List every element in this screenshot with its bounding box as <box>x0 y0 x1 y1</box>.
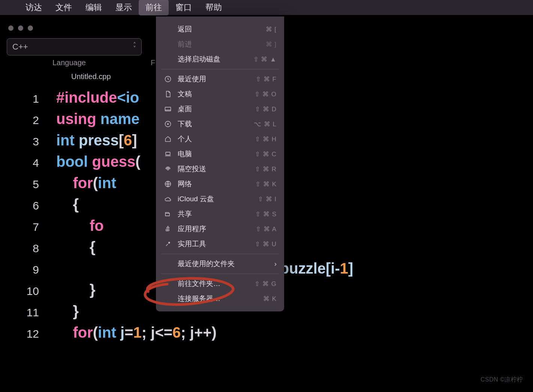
download-icon <box>163 120 172 129</box>
menu-item-label: 个人 <box>178 134 192 144</box>
menu-shortcut: ⇧ ⌘ R <box>255 165 277 173</box>
menu-shortcut: ⌘ ] <box>266 40 277 48</box>
menu-item-8[interactable]: 个人⇧ ⌘ H <box>156 132 284 147</box>
blank-icon <box>163 259 172 268</box>
menu-shortcut: ⇧ ⌘ C <box>255 150 277 158</box>
watermark: CSDN ©凉柠柠 <box>481 376 523 384</box>
line-number: 3 <box>16 131 39 152</box>
traffic-close[interactable] <box>8 25 13 31</box>
code-line: for(int j=1; j<=6; j++) <box>56 322 353 343</box>
menu-shortcut: ⇧ ⌘ H <box>255 135 277 143</box>
menu-shortcut: ⇧ ⌘ F <box>256 75 277 83</box>
tools-icon <box>163 239 172 248</box>
menu-item-20[interactable]: 连接服务器…⌘ K <box>156 291 284 306</box>
line-number: 1 <box>16 88 39 109</box>
language-select[interactable]: C++ ˄˅ <box>7 38 142 55</box>
menu-item-11[interactable]: 网络⇧ ⌘ K <box>156 177 284 192</box>
menu-5[interactable]: 窗口 <box>169 0 199 15</box>
menu-item-13[interactable]: 共享⇧ ⌘ S <box>156 206 284 221</box>
line-number: 2 <box>16 109 39 131</box>
blank-icon <box>163 55 172 64</box>
line-number: 10 <box>16 280 39 302</box>
blank-icon <box>163 279 172 288</box>
menu-item-4[interactable]: 最近使用⇧ ⌘ F <box>156 72 284 87</box>
menubar: 访达文件编辑显示前往窗口帮助 <box>0 0 533 15</box>
svg-rect-1 <box>165 107 171 111</box>
menu-1[interactable]: 文件 <box>49 0 79 15</box>
menu-item-17[interactable]: 最近使用的文件夹› <box>156 256 284 271</box>
traffic-min[interactable] <box>18 25 23 31</box>
menu-item-19[interactable]: 前往文件夹…⇧ ⌘ G <box>156 276 284 291</box>
menu-separator <box>161 69 279 69</box>
traffic-max[interactable] <box>28 25 33 31</box>
svg-point-4 <box>167 168 169 170</box>
blank-icon <box>163 294 172 303</box>
language-value: C++ <box>12 42 28 52</box>
menu-0[interactable]: 访达 <box>19 0 49 15</box>
line-number: 9 <box>16 259 39 280</box>
menu-item-label: iCloud 云盘 <box>178 194 214 204</box>
menu-separator <box>161 274 279 274</box>
line-number: 7 <box>16 216 39 238</box>
menu-item-10[interactable]: 隔空投送⇧ ⌘ R <box>156 162 284 177</box>
menu-item-label: 返回 <box>178 24 192 34</box>
desktop-icon <box>163 105 172 114</box>
line-number: 5 <box>16 174 39 195</box>
menu-item-0[interactable]: 返回⌘ [ <box>156 22 284 37</box>
menu-item-6[interactable]: 桌面⇧ ⌘ D <box>156 102 284 117</box>
menu-separator <box>161 254 279 254</box>
svg-rect-3 <box>166 152 170 155</box>
line-number: 4 <box>16 152 39 174</box>
menu-shortcut: ⇧ ⌘ U <box>255 240 277 248</box>
menu-item-label: 隔空投送 <box>178 164 206 174</box>
menu-item-label: 前往文件夹… <box>178 279 220 289</box>
menu-item-5[interactable]: 文稿⇧ ⌘ O <box>156 87 284 102</box>
menu-item-label: 桌面 <box>178 104 192 114</box>
menu-shortcut: ⇧ ⌘ D <box>255 105 277 113</box>
chevron-updown-icon: ˄˅ <box>133 43 136 51</box>
menu-item-label: 最近使用的文件夹 <box>178 259 235 269</box>
file-tab[interactable]: Untitled.cpp <box>71 72 111 81</box>
line-number: 12 <box>16 323 39 344</box>
line-number: 6 <box>16 195 39 216</box>
menu-3[interactable]: 显示 <box>109 0 139 15</box>
menu-shortcut: ⇧ ⌘ A <box>256 225 277 233</box>
menu-shortcut: ⇧ ⌘ I <box>258 195 277 203</box>
language-label: Language <box>52 58 86 67</box>
menu-item-12[interactable]: iCloud 云盘⇧ ⌘ I <box>156 192 284 206</box>
laptop-icon <box>163 150 172 159</box>
menu-shortcut: ⌥ ⌘ L <box>254 120 277 128</box>
menu-item-14[interactable]: 应用程序⇧ ⌘ A <box>156 221 284 236</box>
menu-item-9[interactable]: 电脑⇧ ⌘ C <box>156 147 284 162</box>
menu-item-1: 前进⌘ ] <box>156 37 284 52</box>
menu-item-2[interactable]: 选择启动磁盘⇧ ⌘ ▲ <box>156 52 284 67</box>
menu-shortcut: ⇧ ⌘ G <box>255 280 277 288</box>
line-number: 11 <box>16 302 39 323</box>
menu-shortcut: ⌘ [ <box>266 25 277 33</box>
menu-2[interactable]: 编辑 <box>79 0 109 15</box>
window-controls <box>8 25 33 31</box>
line-gutter: 123456789101112 <box>16 88 39 344</box>
home-icon <box>163 135 172 144</box>
menu-item-label: 网络 <box>178 179 192 189</box>
menu-4[interactable]: 前往 <box>139 0 169 15</box>
cloud-icon <box>163 195 172 203</box>
menu-item-label: 电脑 <box>178 149 192 159</box>
menu-item-label: 文稿 <box>178 89 192 99</box>
menu-item-label: 最近使用 <box>178 74 206 84</box>
menu-shortcut: ⇧ ⌘ O <box>255 90 277 98</box>
clock-icon <box>163 75 172 84</box>
menu-item-7[interactable]: 下载⌥ ⌘ L <box>156 117 284 132</box>
menu-item-label: 选择启动磁盘 <box>178 54 220 64</box>
blank-icon <box>163 25 172 34</box>
chevron-right-icon: › <box>274 260 277 268</box>
menu-item-label: 共享 <box>178 209 192 219</box>
doc-icon <box>163 90 172 99</box>
menu-item-label: 应用程序 <box>178 224 206 234</box>
menu-shortcut: ⇧ ⌘ S <box>255 210 277 218</box>
menu-item-label: 实用工具 <box>178 239 206 249</box>
line-number: 8 <box>16 238 39 259</box>
menu-6[interactable]: 帮助 <box>199 0 229 15</box>
menu-item-15[interactable]: 实用工具⇧ ⌘ U <box>156 236 284 251</box>
menu-item-label: 连接服务器… <box>178 294 220 304</box>
